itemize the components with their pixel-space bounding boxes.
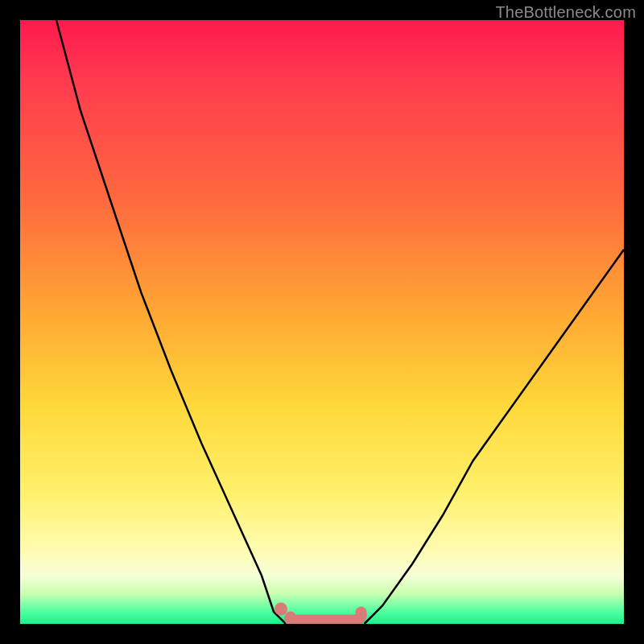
- flat-marker-stroke: [290, 613, 361, 621]
- curve-layer: [20, 20, 624, 624]
- curve-right: [365, 250, 625, 624]
- plot-area: [20, 20, 624, 624]
- curve-left: [56, 20, 286, 624]
- chart-frame: TheBottleneck.com: [0, 0, 644, 644]
- watermark: TheBottleneck.com: [495, 3, 636, 22]
- flat-marker-dot: [275, 603, 287, 616]
